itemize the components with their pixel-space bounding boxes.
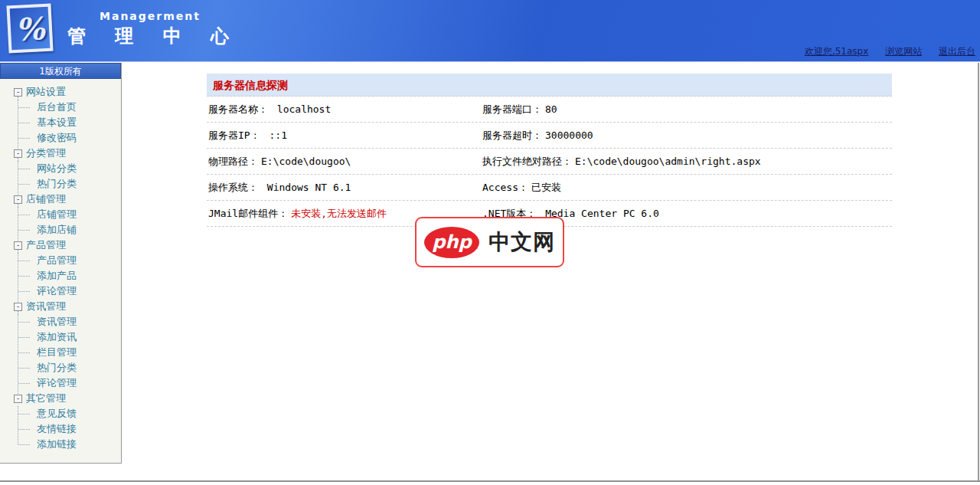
sidebar-item[interactable]: 基本设置 <box>14 115 121 130</box>
table-cell-left: 服务器名称： localhost <box>208 103 482 116</box>
sidebar-group-label[interactable]: 其它管理 <box>26 392 66 405</box>
collapse-icon[interactable]: - <box>14 303 22 311</box>
right-edge-divider <box>978 63 979 480</box>
field-label: 操作系统： <box>208 181 258 195</box>
sidebar-item-link[interactable]: 添加店铺 <box>37 224 77 235</box>
sidebar-header: 1版权所有 <box>0 63 121 79</box>
collapse-icon[interactable]: - <box>14 395 22 403</box>
field-value: 未安装,无法发送邮件 <box>291 207 387 221</box>
field-label: Access： <box>482 181 528 195</box>
sidebar-group: -网站设置后台首页基本设置修改密码 <box>14 84 121 146</box>
sidebar-item[interactable]: 添加链接 <box>14 437 121 452</box>
field-label: 执行文件绝对路径： <box>482 155 572 169</box>
sidebar-group-header[interactable]: -其它管理 <box>14 391 121 406</box>
sidebar-item-link[interactable]: 基本设置 <box>37 116 77 128</box>
field-label: JMail邮件组件： <box>208 207 288 221</box>
page-title: 管 理 中 心 <box>67 24 240 48</box>
sidebar-item-link[interactable]: 评论管理 <box>37 285 77 297</box>
sidebar-group-label[interactable]: 资讯管理 <box>26 300 66 313</box>
sidebar-item-link[interactable]: 意见反馈 <box>37 408 77 419</box>
table-row: 服务器IP： ::1服务器超时：30000000 <box>207 123 892 149</box>
sidebar-item-link[interactable]: 添加链接 <box>37 438 77 450</box>
field-value: localhost <box>271 103 331 115</box>
bottom-divider <box>0 480 980 482</box>
sidebar-group-label[interactable]: 网站设置 <box>26 85 66 99</box>
sidebar-item-link[interactable]: 添加产品 <box>37 270 77 281</box>
sidebar-group: -店铺管理店铺管理添加店铺 <box>14 192 121 238</box>
sidebar-item[interactable]: 后台首页 <box>14 100 121 115</box>
sidebar-item[interactable]: 资讯管理 <box>14 314 121 329</box>
field-label: 服务器端口： <box>482 103 542 116</box>
field-value: 已安装 <box>531 181 561 195</box>
field-value: E:\code\dougoo\ <box>261 156 351 167</box>
sidebar-item-link[interactable]: 网站分类 <box>37 162 77 174</box>
php-logo-icon: php <box>424 227 479 258</box>
table-cell-left: 操作系统： Windows NT 6.1 <box>208 181 482 195</box>
sidebar-item[interactable]: 网站分类 <box>14 161 121 176</box>
field-value: 30000000 <box>545 129 593 141</box>
sidebar-group-label[interactable]: 店铺管理 <box>26 192 66 206</box>
sidebar-item-link[interactable]: 栏目管理 <box>37 346 77 358</box>
sidebar-group-header[interactable]: -分类管理 <box>14 146 121 161</box>
sidebar-item-link[interactable]: 资讯管理 <box>37 316 77 327</box>
sidebar-item[interactable]: 热门分类 <box>14 176 121 192</box>
admin-page: % Managerment 管 理 中 心 欢迎您,51aspx 浏览网站 退出… <box>0 0 980 485</box>
table-cell-right: 执行文件绝对路径：E:\code\dougoo\admin\right.aspx <box>482 155 892 169</box>
sidebar-group-label[interactable]: 产品管理 <box>26 238 66 252</box>
sidebar-item-link[interactable]: 热门分类 <box>37 178 77 189</box>
sidebar-group-label[interactable]: 分类管理 <box>26 146 66 160</box>
server-info-table: 服务器名称： localhost服务器端口：80服务器IP： ::1服务器超时：… <box>207 97 892 227</box>
field-value: 80 <box>545 103 557 115</box>
sidebar-group-header[interactable]: -店铺管理 <box>14 192 121 207</box>
app-logo: % <box>6 4 53 54</box>
sidebar-item[interactable]: 评论管理 <box>14 375 121 391</box>
sidebar-item-link[interactable]: 产品管理 <box>37 254 77 266</box>
sidebar-group-header[interactable]: -产品管理 <box>14 238 121 253</box>
php-logo-text: php <box>432 231 471 253</box>
collapse-icon[interactable]: - <box>14 149 22 158</box>
field-value: E:\code\dougoo\admin\right.aspx <box>575 156 761 167</box>
sidebar-group: -资讯管理资讯管理添加资讯栏目管理热门分类评论管理 <box>14 299 121 391</box>
sidebar-item-link[interactable]: 评论管理 <box>37 377 77 388</box>
field-value: Windows NT 6.1 <box>261 182 351 193</box>
field-value: ::1 <box>263 129 287 141</box>
sidebar-group-children: 店铺管理添加店铺 <box>14 207 121 238</box>
table-cell-right: 服务器超时：30000000 <box>482 129 892 143</box>
sidebar-group-children: 资讯管理添加资讯栏目管理热门分类评论管理 <box>14 314 121 391</box>
sidebar-item[interactable]: 热门分类 <box>14 360 121 375</box>
table-row: 服务器名称： localhost服务器端口：80 <box>207 97 892 123</box>
sidebar-group: -产品管理产品管理添加产品评论管理 <box>14 238 121 299</box>
sidebar-item[interactable]: 店铺管理 <box>14 207 121 222</box>
sidebar: 1版权所有 -网站设置后台首页基本设置修改密码-分类管理网站分类热门分类-店铺管… <box>0 63 122 464</box>
sidebar-item[interactable]: 产品管理 <box>14 253 121 268</box>
field-label: 服务器超时： <box>482 129 542 143</box>
sidebar-item[interactable]: 添加资讯 <box>14 329 121 345</box>
field-label: 服务器名称： <box>208 103 268 116</box>
table-cell-right: 服务器端口：80 <box>482 103 892 116</box>
sidebar-item[interactable]: 添加产品 <box>14 268 121 283</box>
sidebar-group: -其它管理意见反馈友情链接添加链接 <box>14 391 121 452</box>
collapse-icon[interactable]: - <box>14 195 22 204</box>
sidebar-item-link[interactable]: 添加资讯 <box>37 331 77 342</box>
sidebar-group-header[interactable]: -网站设置 <box>14 84 121 100</box>
collapse-icon[interactable]: - <box>14 88 22 97</box>
panel-title: 服务器信息探测 <box>207 74 892 97</box>
logout-link[interactable]: 退出后台 <box>939 46 975 57</box>
sidebar-item[interactable]: 评论管理 <box>14 283 121 299</box>
sidebar-item[interactable]: 修改密码 <box>14 130 121 146</box>
sidebar-item-link[interactable]: 后台首页 <box>37 101 77 113</box>
sidebar-item-link[interactable]: 热门分类 <box>37 362 77 373</box>
sidebar-item-link[interactable]: 修改密码 <box>37 132 77 143</box>
sidebar-item-link[interactable]: 友情链接 <box>37 423 77 434</box>
table-cell-left: 服务器IP： ::1 <box>208 129 482 143</box>
browse-site-link[interactable]: 浏览网站 <box>885 46 922 57</box>
sidebar-item[interactable]: 意见反馈 <box>14 406 121 421</box>
sidebar-group-header[interactable]: -资讯管理 <box>14 299 121 314</box>
watermark-site-text: 中文网 <box>488 228 555 257</box>
percent-logo-icon: % <box>15 10 45 48</box>
sidebar-item-link[interactable]: 店铺管理 <box>37 208 77 220</box>
sidebar-item[interactable]: 添加店铺 <box>14 222 121 238</box>
sidebar-item[interactable]: 友情链接 <box>14 421 121 437</box>
collapse-icon[interactable]: - <box>14 241 22 250</box>
sidebar-item[interactable]: 栏目管理 <box>14 345 121 360</box>
